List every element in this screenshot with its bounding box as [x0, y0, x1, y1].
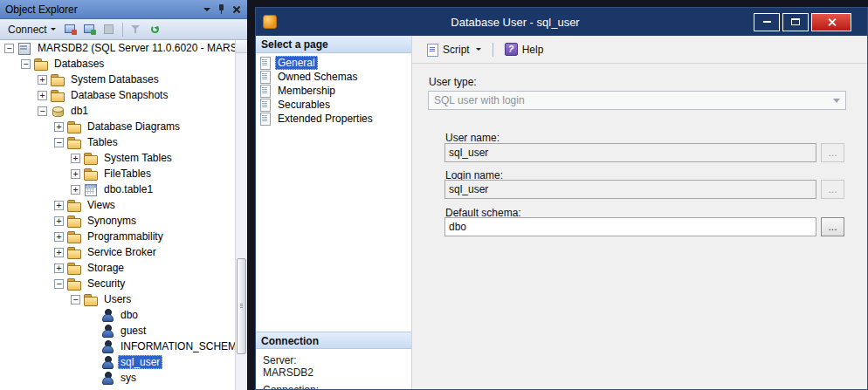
close-button[interactable] [811, 13, 851, 31]
user-name-input[interactable] [444, 143, 816, 162]
folder-icon [67, 230, 80, 243]
folder-icon [67, 136, 80, 148]
connect-server-button[interactable] [81, 21, 99, 38]
dialog-titlebar[interactable]: Database User - sql_user [256, 8, 867, 36]
expand-icon[interactable]: + [54, 201, 64, 210]
user-type-select[interactable]: SQL user with login [428, 91, 846, 110]
expand-icon[interactable]: + [38, 91, 47, 100]
tree-item-storage[interactable]: +Storage [0, 260, 247, 276]
tree-item-synonyms[interactable]: +Synonyms [0, 213, 247, 229]
expand-icon[interactable]: + [71, 169, 80, 179]
tree-item-database-diagrams[interactable]: +Database Diagrams [0, 119, 247, 134]
tree-item-sql-user[interactable]: sql_user [0, 354, 247, 370]
chevron-down-icon [833, 99, 840, 103]
help-button[interactable]: ? Help [498, 39, 551, 59]
tree-item-marsdb2-sql-server-11-0-6020-marsd[interactable]: −MARSDB2 (SQL Server 11.0.6020 - MARSD [0, 40, 247, 56]
tree-item-views[interactable]: +Views [0, 197, 247, 213]
tree-item-system-tables[interactable]: +System Tables [0, 150, 247, 166]
expand-icon[interactable]: + [54, 122, 64, 132]
tree-item-programmability[interactable]: +Programmability [0, 229, 247, 244]
connect-server-icon [84, 24, 96, 35]
collapse-icon[interactable]: − [38, 106, 47, 116]
window-position-menu-icon[interactable] [199, 3, 214, 17]
refresh-button[interactable] [147, 21, 164, 38]
folder-icon [67, 262, 80, 274]
object-explorer-titlebar[interactable]: Object Explorer [0, 0, 247, 19]
tree-item-system-databases[interactable]: +System Databases [0, 72, 247, 87]
expand-icon[interactable]: + [71, 185, 80, 195]
tree-item-label: Security [85, 277, 127, 291]
collapse-icon[interactable]: − [4, 44, 14, 53]
page-item-membership[interactable]: Membership [258, 84, 411, 98]
login-name-input[interactable] [444, 180, 816, 199]
script-button[interactable]: Script [419, 39, 488, 59]
expand-icon[interactable]: + [54, 248, 64, 257]
filter-icon [130, 24, 141, 35]
default-schema-input[interactable] [444, 217, 816, 236]
user-icon [100, 356, 114, 368]
stop-button[interactable] [100, 21, 118, 38]
disconnect-button[interactable] [62, 21, 79, 38]
user-icon [100, 325, 114, 337]
collapse-icon[interactable]: − [71, 295, 80, 304]
help-label: Help [522, 44, 544, 56]
tree-item-service-broker[interactable]: +Service Broker [0, 244, 247, 260]
expand-icon[interactable]: + [54, 216, 64, 226]
user-name-browse-button[interactable]: ... [821, 143, 844, 162]
maximize-button[interactable] [782, 13, 809, 31]
expand-icon[interactable]: + [54, 232, 64, 242]
tree-item-sys[interactable]: sys [0, 370, 247, 386]
object-explorer-scrollbar[interactable] [235, 40, 247, 390]
folder-icon [84, 168, 97, 180]
collapse-icon[interactable]: − [54, 279, 64, 289]
tree-item-label: sys [118, 371, 139, 385]
tree-item-label: Database Snapshots [68, 88, 170, 102]
connect-button[interactable]: Connect [3, 21, 60, 38]
chevron-down-icon [51, 28, 56, 31]
expand-icon[interactable]: + [38, 75, 47, 85]
tree-item-db1[interactable]: −db1 [0, 103, 247, 119]
expand-icon[interactable]: + [54, 263, 64, 273]
page-item-extended-properties[interactable]: Extended Properties [258, 112, 411, 126]
tree-item-security[interactable]: −Security [0, 276, 247, 291]
tree-item-dbo-table1[interactable]: +dbo.table1 [0, 181, 247, 197]
folder-icon [51, 73, 64, 86]
page-item-securables[interactable]: Securables [258, 98, 411, 112]
tree-item-label: sql_user [118, 355, 162, 369]
tree-item-databases[interactable]: −Databases [0, 56, 247, 72]
tree-item-guest[interactable]: guest [0, 323, 247, 339]
tree-item-tables[interactable]: −Tables [0, 134, 247, 150]
tree-item-database-snapshots[interactable]: +Database Snapshots [0, 87, 247, 103]
object-explorer-toolbar: Connect [0, 19, 247, 40]
pin-icon[interactable] [214, 3, 229, 17]
window-controls [754, 13, 851, 31]
collapse-icon[interactable]: − [21, 59, 31, 69]
dialog-body: Select a page GeneralOwned SchemasMember… [256, 36, 867, 389]
folder-icon [84, 152, 97, 164]
default-schema-browse-button[interactable]: ... [821, 217, 844, 236]
minimize-button[interactable] [754, 13, 780, 31]
page-list: GeneralOwned SchemasMembershipSecurables… [256, 53, 411, 126]
close-panel-icon[interactable] [229, 3, 244, 17]
refresh-icon [149, 24, 161, 35]
tree-item-information-schem[interactable]: INFORMATION_SCHEM [0, 339, 247, 354]
script-label: Script [443, 44, 470, 56]
tree-item-users[interactable]: −Users [0, 291, 247, 307]
tree-item-label: Databases [52, 57, 107, 71]
tree-item-dbo[interactable]: dbo [0, 307, 247, 323]
collapse-icon[interactable]: − [54, 138, 64, 147]
tree-item-filetables[interactable]: +FileTables [0, 166, 247, 181]
scrollbar-thumb[interactable] [237, 258, 246, 354]
server-icon [17, 42, 31, 54]
table-icon [84, 183, 97, 195]
page-item-owned-schemas[interactable]: Owned Schemas [258, 70, 411, 84]
expand-icon[interactable]: + [71, 154, 80, 163]
page-item-label: General [275, 56, 318, 70]
page-item-general[interactable]: General [258, 56, 411, 70]
user-type-label: User type: [429, 76, 477, 88]
scroll-up-button[interactable] [236, 40, 247, 53]
user-name-label: User name: [445, 132, 499, 144]
user-icon [100, 372, 114, 384]
login-name-browse-button[interactable]: ... [821, 180, 844, 199]
filter-button[interactable] [127, 21, 145, 38]
